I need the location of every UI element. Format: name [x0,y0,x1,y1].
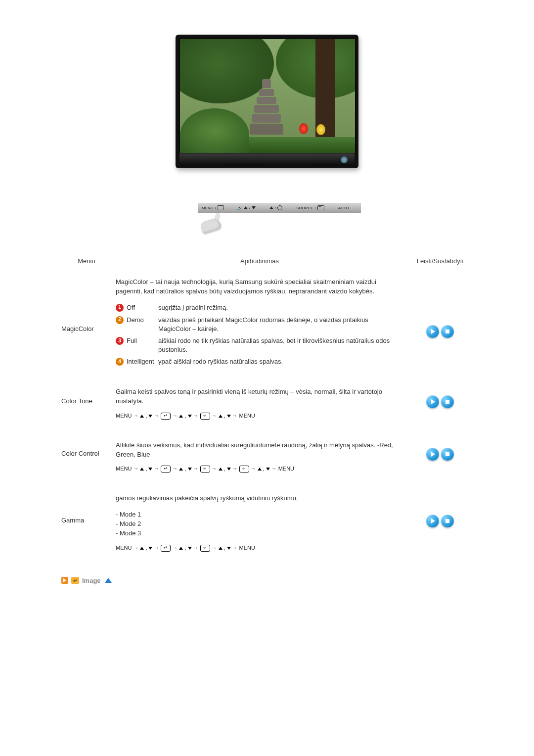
header-play: Leisti/Sustabdyti [405,257,475,265]
colorcontrol-text: Atlikite šiuos veiksmus, kad individuali… [116,441,400,460]
colorcontrol-label: Color Control [59,441,116,457]
menu-icon [218,205,223,210]
option-badge-3: 3 [116,337,124,345]
power-button-graphic [341,156,348,163]
gamma-intro: gamos reguliavimas pakeičia spalvų ryšku… [116,494,400,503]
play-button[interactable] [426,395,439,408]
header-desc: Apibūdinimas [114,257,405,265]
stop-button[interactable] [441,395,454,408]
option-badge-4: 4 [116,358,124,366]
option-off-text: sugrįžta į pradinį režimą. [158,303,400,313]
gamma-mode-2: - Mode 2 [116,520,400,529]
hand-illustration [198,214,223,234]
option-intelligent-text: ypač aiškiai rodo ryškias natūralias spa… [158,357,400,367]
enter-icon [71,577,79,584]
monitor-screen-image [179,39,356,153]
monitor-button-bar: MENU / 🔊 / / SOURCE / AUTO [198,203,361,213]
up-icon [269,206,273,209]
table-header: Meniu Apibūdinimas Leisti/Sustabdyti [59,257,475,265]
collapse-up-icon [105,578,112,583]
option-badge-2: 2 [116,316,124,324]
colortone-label: Color Tone [59,387,116,405]
bar-auto-label: AUTO [338,206,349,210]
monitor-illustration [59,35,475,178]
option-off-name: Off [127,303,158,313]
option-demo-name: Demo [127,316,158,333]
colorcontrol-menu-path: MENU → , → → , → → , → → , → MENU [116,465,400,473]
down-icon [252,206,256,209]
magiccolor-label: MagicColor [59,278,116,332]
magiccolor-intro: MagicColor – tai nauja technologija, kur… [116,278,400,296]
section-title: Image [82,577,101,584]
gamma-label: Gamma [59,494,116,524]
play-icon [61,577,68,584]
brightness-icon [277,205,282,210]
play-button[interactable] [426,448,439,461]
header-menu: Meniu [59,257,114,265]
bar-source-label: SOURCE [296,206,313,210]
colortone-text: Galima keisti spalvos toną ir pasirinkti… [116,387,400,406]
play-button[interactable] [426,515,439,527]
stop-button[interactable] [441,515,454,527]
volume-icon: 🔊 [237,206,242,210]
gamma-mode-3: - Mode 3 [116,529,400,538]
option-full-text: aiškiai rodo ne tik ryškias natūralias s… [158,336,400,354]
option-demo-text: vaizdas prieš pritaikant MagicColor rodo… [158,316,400,333]
up-icon [244,206,248,209]
section-image-header[interactable]: Image [59,577,475,584]
option-intelligent-name: Intelligent [127,357,158,367]
bar-menu-label: MENU [202,206,214,210]
gamma-mode-1: - Mode 1 [116,510,400,520]
option-badge-1: 1 [116,304,124,312]
stop-button[interactable] [441,325,454,338]
option-full-name: Full [127,336,158,354]
play-button[interactable] [426,325,439,338]
colortone-menu-path: MENU → , → → , → → , → MENU [116,412,400,420]
gamma-menu-path: MENU → , → → , → → , → MENU [116,544,400,552]
stop-button[interactable] [441,448,454,461]
enter-icon [317,205,324,210]
